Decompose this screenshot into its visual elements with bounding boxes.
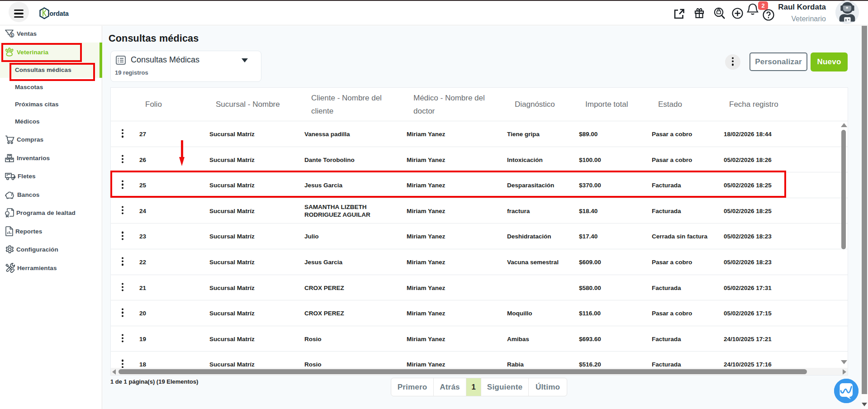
- svg-text:ordata: ordata: [50, 10, 69, 17]
- svg-text:$: $: [11, 33, 13, 37]
